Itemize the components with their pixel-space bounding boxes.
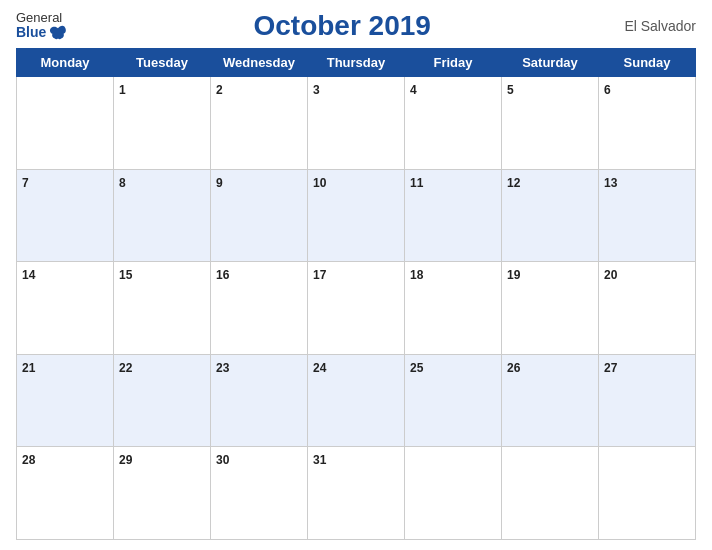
calendar-page: General Blue October 2019 El Salvador Mo… bbox=[0, 0, 712, 550]
calendar-cell: 9 bbox=[211, 169, 308, 262]
calendar-cell: 25 bbox=[405, 354, 502, 447]
day-number: 7 bbox=[22, 176, 29, 190]
day-number: 15 bbox=[119, 268, 132, 282]
calendar-cell: 23 bbox=[211, 354, 308, 447]
day-number: 24 bbox=[313, 361, 326, 375]
calendar-cell: 17 bbox=[308, 262, 405, 355]
logo-bird-icon bbox=[48, 25, 68, 41]
calendar-cell: 30 bbox=[211, 447, 308, 540]
day-number: 6 bbox=[604, 83, 611, 97]
calendar-cell: 12 bbox=[502, 169, 599, 262]
calendar-table: MondayTuesdayWednesdayThursdayFridaySatu… bbox=[16, 48, 696, 540]
weekday-header-monday: Monday bbox=[17, 49, 114, 77]
day-number: 13 bbox=[604, 176, 617, 190]
calendar-cell bbox=[405, 447, 502, 540]
day-number: 31 bbox=[313, 453, 326, 467]
day-number: 27 bbox=[604, 361, 617, 375]
day-number: 5 bbox=[507, 83, 514, 97]
calendar-cell: 2 bbox=[211, 77, 308, 170]
calendar-cell: 29 bbox=[114, 447, 211, 540]
calendar-cell: 15 bbox=[114, 262, 211, 355]
day-number: 11 bbox=[410, 176, 423, 190]
calendar-cell: 5 bbox=[502, 77, 599, 170]
calendar-week-row: 78910111213 bbox=[17, 169, 696, 262]
weekday-header-sunday: Sunday bbox=[599, 49, 696, 77]
weekday-header-wednesday: Wednesday bbox=[211, 49, 308, 77]
day-number: 9 bbox=[216, 176, 223, 190]
calendar-cell: 21 bbox=[17, 354, 114, 447]
day-number: 22 bbox=[119, 361, 132, 375]
calendar-cell: 20 bbox=[599, 262, 696, 355]
day-number: 21 bbox=[22, 361, 35, 375]
day-number: 18 bbox=[410, 268, 423, 282]
day-number: 20 bbox=[604, 268, 617, 282]
weekday-header-friday: Friday bbox=[405, 49, 502, 77]
calendar-week-row: 123456 bbox=[17, 77, 696, 170]
calendar-week-row: 28293031 bbox=[17, 447, 696, 540]
calendar-cell: 4 bbox=[405, 77, 502, 170]
calendar-cell: 3 bbox=[308, 77, 405, 170]
country-label: El Salvador bbox=[616, 18, 696, 34]
calendar-cell: 18 bbox=[405, 262, 502, 355]
calendar-cell: 19 bbox=[502, 262, 599, 355]
calendar-cell: 13 bbox=[599, 169, 696, 262]
weekday-header-row: MondayTuesdayWednesdayThursdayFridaySatu… bbox=[17, 49, 696, 77]
day-number: 26 bbox=[507, 361, 520, 375]
calendar-cell bbox=[502, 447, 599, 540]
calendar-cell: 14 bbox=[17, 262, 114, 355]
weekday-header-tuesday: Tuesday bbox=[114, 49, 211, 77]
day-number: 1 bbox=[119, 83, 126, 97]
calendar-cell: 26 bbox=[502, 354, 599, 447]
calendar-cell: 11 bbox=[405, 169, 502, 262]
day-number: 30 bbox=[216, 453, 229, 467]
calendar-cell: 6 bbox=[599, 77, 696, 170]
day-number: 25 bbox=[410, 361, 423, 375]
calendar-cell: 24 bbox=[308, 354, 405, 447]
calendar-cell: 7 bbox=[17, 169, 114, 262]
logo: General Blue bbox=[16, 11, 68, 41]
calendar-cell: 10 bbox=[308, 169, 405, 262]
weekday-header-saturday: Saturday bbox=[502, 49, 599, 77]
day-number: 28 bbox=[22, 453, 35, 467]
day-number: 3 bbox=[313, 83, 320, 97]
calendar-cell: 28 bbox=[17, 447, 114, 540]
calendar-cell bbox=[599, 447, 696, 540]
calendar-cell: 8 bbox=[114, 169, 211, 262]
day-number: 8 bbox=[119, 176, 126, 190]
calendar-cell: 1 bbox=[114, 77, 211, 170]
day-number: 19 bbox=[507, 268, 520, 282]
calendar-cell: 16 bbox=[211, 262, 308, 355]
day-number: 23 bbox=[216, 361, 229, 375]
calendar-cell: 27 bbox=[599, 354, 696, 447]
logo-general-text: General bbox=[16, 11, 62, 25]
day-number: 12 bbox=[507, 176, 520, 190]
calendar-title: October 2019 bbox=[68, 10, 616, 42]
day-number: 29 bbox=[119, 453, 132, 467]
header: General Blue October 2019 El Salvador bbox=[16, 10, 696, 42]
calendar-week-row: 14151617181920 bbox=[17, 262, 696, 355]
calendar-cell bbox=[17, 77, 114, 170]
calendar-cell: 31 bbox=[308, 447, 405, 540]
calendar-week-row: 21222324252627 bbox=[17, 354, 696, 447]
logo-blue-text: Blue bbox=[16, 25, 68, 41]
day-number: 10 bbox=[313, 176, 326, 190]
day-number: 17 bbox=[313, 268, 326, 282]
day-number: 2 bbox=[216, 83, 223, 97]
calendar-cell: 22 bbox=[114, 354, 211, 447]
day-number: 4 bbox=[410, 83, 417, 97]
day-number: 14 bbox=[22, 268, 35, 282]
weekday-header-thursday: Thursday bbox=[308, 49, 405, 77]
day-number: 16 bbox=[216, 268, 229, 282]
